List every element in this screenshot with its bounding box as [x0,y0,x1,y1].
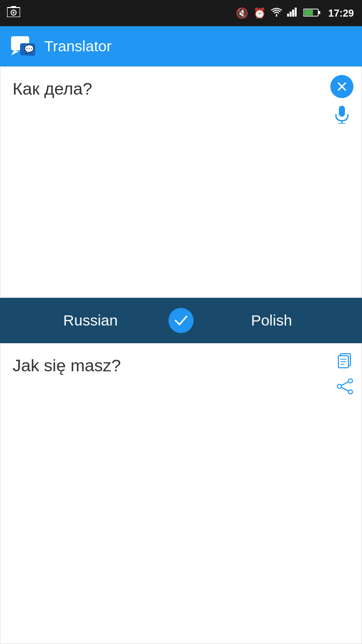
output-panel: Jak się masz? [0,343,362,644]
status-bar: 🔇 ⏰ 17:29 [0,0,362,26]
source-language-button[interactable]: Russian [0,298,181,343]
svg-rect-5 [290,12,292,17]
clear-button[interactable] [330,75,353,98]
svg-rect-10 [304,10,313,15]
app-logo: 💬 [10,33,36,59]
svg-line-29 [341,382,348,385]
language-bar: Russian Polish [0,298,362,343]
translated-text: Jak się masz? [1,344,361,387]
source-text-input[interactable] [1,67,361,297]
svg-rect-6 [292,10,294,17]
svg-rect-18 [339,106,345,117]
svg-point-3 [13,12,15,14]
svg-point-28 [348,390,352,394]
svg-text:💬: 💬 [24,44,34,54]
svg-rect-1 [11,6,16,8]
screenshot-icon [7,6,20,19]
app-bar: 💬 Translator [0,26,362,66]
svg-point-26 [348,379,352,383]
target-language-button[interactable]: Polish [181,298,362,343]
mute-icon: 🔇 [236,7,248,19]
copy-button[interactable] [336,352,353,373]
svg-marker-12 [11,50,19,55]
app-title: Translator [44,38,112,55]
battery-icon [303,8,321,19]
translate-button[interactable] [168,308,194,333]
wifi-icon [271,8,282,19]
share-button[interactable] [336,378,353,398]
time-display: 17:29 [328,8,354,19]
svg-rect-9 [318,11,320,14]
input-panel [0,66,362,298]
svg-point-27 [337,384,341,388]
svg-line-30 [341,387,348,391]
alarm-icon: ⏰ [253,7,266,19]
svg-rect-7 [295,8,297,17]
svg-rect-4 [287,14,289,17]
signal-icon [287,8,298,19]
microphone-button[interactable] [330,103,353,126]
